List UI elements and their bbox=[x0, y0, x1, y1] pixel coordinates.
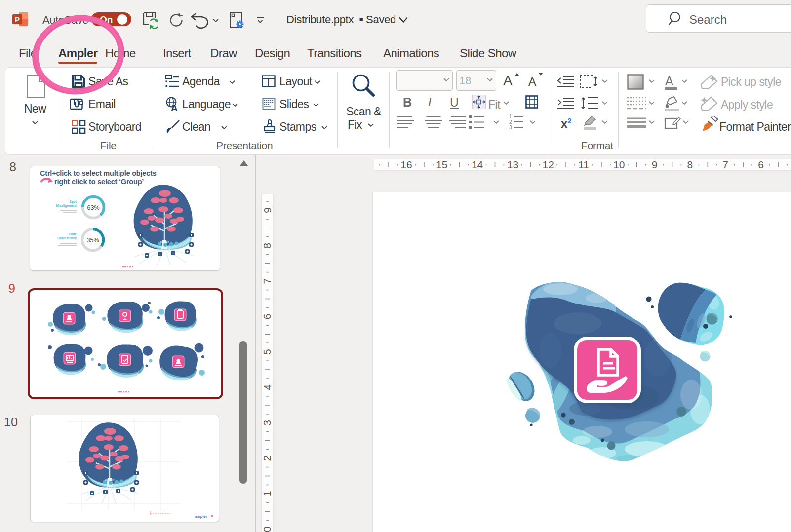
svg-text:Spot: Spot bbox=[70, 200, 77, 204]
svg-text:12: 12 bbox=[543, 159, 554, 170]
svg-text:4: 4 bbox=[262, 384, 273, 390]
svg-text:1: 1 bbox=[509, 114, 512, 119]
svg-text:10: 10 bbox=[613, 159, 625, 170]
svg-text:1: 1 bbox=[262, 491, 273, 497]
svg-text:7: 7 bbox=[722, 159, 728, 170]
svg-text:35%: 35% bbox=[86, 237, 99, 244]
svg-text:14: 14 bbox=[472, 159, 483, 170]
svg-text:6: 6 bbox=[758, 159, 764, 170]
svg-text:3: 3 bbox=[509, 125, 512, 129]
svg-text:Consistency: Consistency bbox=[57, 236, 77, 240]
svg-text:right click to select ‘Group’: right click to select ‘Group’ bbox=[54, 178, 144, 186]
svg-text:3: 3 bbox=[262, 420, 273, 426]
svg-text:8: 8 bbox=[262, 243, 273, 249]
svg-text:9: 9 bbox=[652, 159, 658, 170]
svg-text:7: 7 bbox=[262, 278, 273, 284]
svg-text:16: 16 bbox=[400, 159, 412, 170]
svg-text:63%: 63% bbox=[87, 204, 99, 211]
svg-text:15: 15 bbox=[436, 159, 447, 170]
svg-text:Ctrl+click to select multiple: Ctrl+click to select multiple objects bbox=[40, 169, 157, 177]
svg-text:8: 8 bbox=[687, 159, 693, 170]
svg-text:2: 2 bbox=[509, 119, 512, 125]
svg-text:ampler: ampler bbox=[195, 514, 207, 519]
svg-text:6: 6 bbox=[262, 314, 273, 320]
svg-text:ampler: ampler bbox=[160, 240, 169, 243]
svg-text:9: 9 bbox=[262, 207, 273, 213]
svg-text:5: 5 bbox=[262, 349, 273, 355]
svg-text:2: 2 bbox=[262, 456, 273, 461]
svg-text:P: P bbox=[15, 15, 20, 24]
svg-text:11: 11 bbox=[578, 159, 589, 170]
svg-text:A: A bbox=[171, 103, 178, 112]
svg-text:Slide: Slide bbox=[69, 232, 77, 236]
svg-text:0: 0 bbox=[262, 526, 273, 532]
svg-text:Misalignment: Misalignment bbox=[56, 204, 77, 208]
svg-text:13: 13 bbox=[507, 159, 518, 170]
